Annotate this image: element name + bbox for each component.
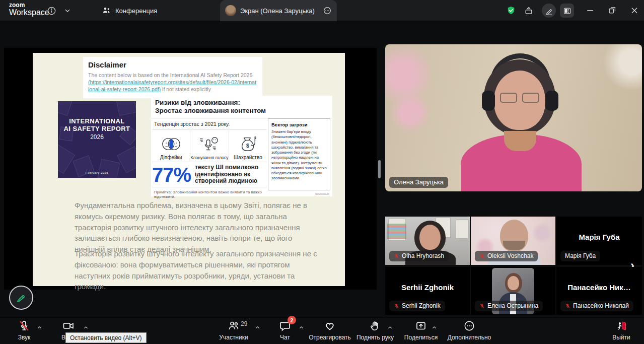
share-caret[interactable] xyxy=(431,324,438,333)
muted-mic-icon xyxy=(394,253,399,259)
chat-icon: 2 xyxy=(279,319,291,332)
ellipsis-icon xyxy=(463,319,475,332)
more-button[interactable]: Дополнительно xyxy=(444,319,494,341)
cover-line3: 2026 xyxy=(58,133,136,141)
participants-button[interactable]: 29 Участники xyxy=(211,319,256,341)
svg-text:$: $ xyxy=(246,143,249,149)
share-scrollbar[interactable] xyxy=(378,160,381,178)
tab-screen-label: Экран (Олена Заруцька) xyxy=(240,7,315,15)
video-tile-maria[interactable]: Марія Губа Марія Губа xyxy=(556,217,642,265)
stat-row: 77% тексту ШІ помилково ідентифіковано я… xyxy=(152,162,267,187)
muted-mic-icon xyxy=(479,303,485,309)
leave-door-icon xyxy=(615,319,627,332)
slide-paragraph-2: Траєкторія розвитку штучного інтелекту з… xyxy=(75,248,318,292)
cover-footer: February 2026 xyxy=(58,171,136,174)
audio-label: Звук xyxy=(18,334,31,341)
info-icon[interactable] xyxy=(45,5,57,17)
shared-screen-area: Disclaimer The content below is based on… xyxy=(4,48,377,290)
video-tile-elena[interactable]: Елена Острынина xyxy=(471,267,555,315)
participant-name: Serhii Zghonik xyxy=(385,283,470,291)
name-badge: Olha Hryhorash xyxy=(389,251,449,261)
voice-cloning-label: Клонування голосу xyxy=(191,155,229,160)
participants-icon: 29 xyxy=(228,319,240,332)
cover-line1: INTERNATIONAL xyxy=(58,117,136,125)
security-shield-icon[interactable] xyxy=(505,5,517,17)
name-badge: Олена Заруцька xyxy=(389,177,448,188)
threat-text: Знижені бар'єри входу (безкоштовні/недор… xyxy=(271,129,327,181)
tab-screen-share[interactable]: Экран (Олена Заруцька) xyxy=(220,0,337,21)
video-feed xyxy=(385,44,642,191)
chevron-down-icon[interactable] xyxy=(61,5,74,17)
threat-vector-box: Вектор загрози Знижені бар'єри входу (бе… xyxy=(268,118,330,190)
presentation-slide: Disclaimer The content below is based on… xyxy=(33,53,345,286)
participants-label: Участники xyxy=(219,334,248,341)
floating-annotate-button[interactable] xyxy=(9,286,33,310)
voice-clone-cell: Клонування голосу xyxy=(190,130,229,162)
disclaimer-title: Disclaimer xyxy=(88,60,257,69)
video-tile-panaseiko[interactable]: Панасейко Ник… Панасейко Николай xyxy=(556,267,642,315)
name-badge: Oleksii Voshchak xyxy=(475,251,538,261)
voice-cloning-icon xyxy=(198,135,221,154)
name-badge: Панасейко Николай xyxy=(560,301,633,311)
video-label: В xyxy=(61,334,65,341)
annotate-pen-icon[interactable] xyxy=(542,4,556,18)
video-main-speaker[interactable]: Олена Заруцька xyxy=(385,44,642,191)
audio-button[interactable]: Звук xyxy=(8,319,40,341)
maximize-button[interactable] xyxy=(607,4,617,18)
share-to-device-icon[interactable] xyxy=(523,5,535,17)
stat-text: тексту ШІ помилково ідентифіковано як ст… xyxy=(195,164,258,185)
chat-caret[interactable] xyxy=(298,324,305,333)
audio-options-caret[interactable] xyxy=(36,324,43,333)
deepfake-faces-icon xyxy=(160,134,183,154)
logo-line2: Workspace xyxy=(9,9,49,17)
title-bar: zoom Workspace Конференция Экран (Олена … xyxy=(0,0,644,21)
participant-name: Марія Губа xyxy=(556,233,642,241)
raise-hand-caret[interactable] xyxy=(387,324,393,333)
muted-mic-icon xyxy=(479,253,485,259)
participants-count: 29 xyxy=(241,320,247,327)
react-label: Отреагировать xyxy=(309,334,351,341)
raise-hand-label: Поднять руку xyxy=(356,334,394,341)
leave-label: Выйти xyxy=(612,334,630,341)
pencil-icon xyxy=(16,292,27,303)
fraud-moneybag-icon: $ xyxy=(236,134,259,154)
react-button[interactable]: Отреагировать xyxy=(305,319,354,341)
disclaimer-box: Disclaimer The content below is based on… xyxy=(83,57,262,98)
leave-button[interactable]: Выйти xyxy=(605,319,637,341)
tab-more-icon[interactable] xyxy=(323,6,332,15)
muted-mic-icon xyxy=(394,303,399,309)
close-button[interactable] xyxy=(629,4,639,18)
deepfakes-cell: Діпфейки xyxy=(152,130,190,162)
minimize-button[interactable] xyxy=(585,4,595,18)
slide-paragraph-1: Фундаментальна проблема, визначена в цьо… xyxy=(75,200,318,255)
video-tile-olha[interactable]: Olha Hryhorash xyxy=(385,217,470,265)
chat-label: Чат xyxy=(280,334,290,341)
report-cover: INTERNATIONAL AI SAFETY REPORT 2026 Febr… xyxy=(58,101,136,178)
fraud-cell: $ Шахрайство xyxy=(229,130,267,162)
threat-title: Вектор загрози xyxy=(271,122,327,127)
participant-name: Панасейко Ник… xyxy=(556,283,642,291)
stat-value: 77% xyxy=(152,165,191,185)
video-tile-serhii[interactable]: Serhii Zghonik Serhii Zghonik xyxy=(385,267,470,315)
muted-mic-icon xyxy=(18,319,30,332)
camera-icon xyxy=(62,319,75,332)
infographic-title: Ризики від зловживання: Зростає зловжива… xyxy=(151,96,332,117)
layout-panel-icon[interactable] xyxy=(560,4,574,18)
watermark: NotebookLM xyxy=(315,192,329,195)
name-badge: Serhii Zghonik xyxy=(389,301,445,311)
infographic: Ризики від зловживання: Зростає зловжива… xyxy=(151,96,332,196)
participants-caret[interactable] xyxy=(254,324,261,333)
more-label: Дополнительно xyxy=(448,334,491,341)
share-screen-label: Поделиться xyxy=(404,334,438,341)
logo-line1: zoom xyxy=(9,2,49,9)
tab-meeting[interactable]: Конференция xyxy=(102,4,157,17)
heart-icon xyxy=(323,319,336,332)
fraud-label: Шахрайство xyxy=(234,155,262,160)
zoom-workspace-logo: zoom Workspace xyxy=(9,2,49,17)
chat-button[interactable]: 2 Чат xyxy=(272,319,298,341)
avatar xyxy=(225,5,236,16)
video-tile-oleksii[interactable]: Oleksii Voshchak xyxy=(471,217,555,265)
video-tooltip: Остановить видео (Alt+V) xyxy=(65,332,147,343)
share-screen-icon xyxy=(415,319,427,332)
name-badge: Елена Острынина xyxy=(475,301,543,311)
